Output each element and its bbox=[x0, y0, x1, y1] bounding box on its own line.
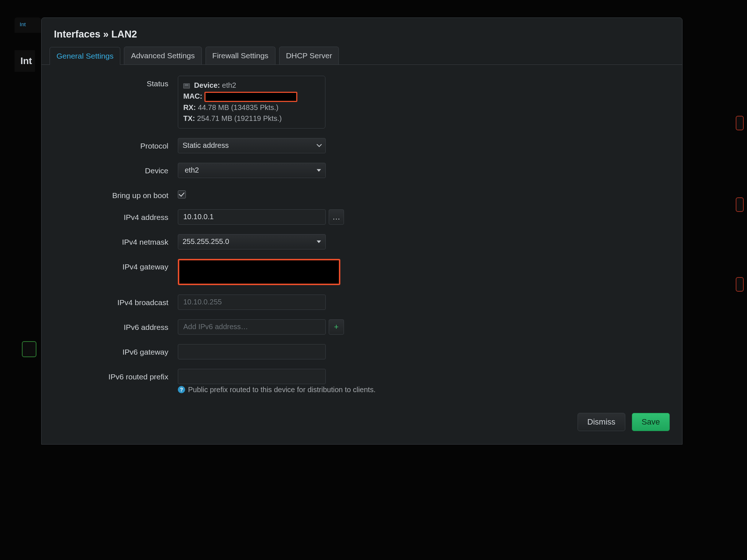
bg-tab-fragment: Int bbox=[15, 17, 41, 33]
ethernet-port-icon bbox=[183, 83, 190, 88]
tab-general-settings[interactable]: General Settings bbox=[50, 47, 120, 65]
protocol-select[interactable]: Static address bbox=[178, 138, 326, 153]
bg-button-stub bbox=[22, 341, 36, 357]
save-button[interactable]: Save bbox=[632, 413, 670, 431]
modal-footer: Dismiss Save bbox=[42, 406, 682, 444]
modal-title: Interfaces » LAN2 bbox=[42, 18, 682, 47]
ipv6-routed-prefix-label: IPv6 routed prefix bbox=[54, 369, 178, 381]
device-label: Device bbox=[54, 163, 178, 175]
bg-title-fragment: Int bbox=[15, 50, 35, 72]
ipv6-routed-prefix-help: Public prefix routed to this device for … bbox=[188, 386, 376, 394]
ipv6-address-label: IPv6 address bbox=[54, 319, 178, 332]
ipv4-gateway-redacted[interactable] bbox=[178, 259, 340, 285]
ipv6-address-add-button[interactable]: + bbox=[329, 319, 344, 335]
ipv6-address-input[interactable] bbox=[183, 322, 321, 331]
bg-button-stub bbox=[736, 197, 744, 212]
ipv4-broadcast-label: IPv4 broadcast bbox=[54, 295, 178, 307]
help-icon: ? bbox=[178, 386, 185, 393]
ipv4-netmask-select[interactable]: 255.255.255.0 bbox=[178, 234, 326, 249]
ipv4-gateway-label: IPv4 gateway bbox=[54, 259, 178, 271]
tab-firewall-settings[interactable]: Firewall Settings bbox=[206, 47, 275, 64]
bg-button-stub bbox=[736, 116, 744, 130]
dropdown-caret-icon bbox=[317, 240, 321, 243]
interface-modal: Interfaces » LAN2 General Settings Advan… bbox=[41, 17, 683, 445]
ipv4-netmask-label: IPv4 netmask bbox=[54, 234, 178, 247]
ipv6-gateway-input[interactable] bbox=[183, 347, 321, 356]
tab-advanced-settings[interactable]: Advanced Settings bbox=[124, 47, 202, 64]
ipv4-address-input[interactable] bbox=[183, 212, 321, 221]
ipv4-broadcast-input[interactable] bbox=[183, 297, 321, 307]
protocol-label: Protocol bbox=[54, 138, 178, 150]
status-label: Status bbox=[54, 76, 178, 88]
page-background: Int Int Interfaces » LAN2 General Settin… bbox=[0, 0, 747, 560]
ipv4-address-more-button[interactable]: … bbox=[329, 209, 344, 225]
chevron-down-icon bbox=[317, 144, 322, 147]
redacted-mac bbox=[204, 92, 297, 102]
dismiss-button[interactable]: Dismiss bbox=[578, 413, 625, 431]
dropdown-caret-icon bbox=[317, 169, 321, 171]
device-select[interactable]: eth2 bbox=[178, 163, 326, 178]
form-body: Status Device: eth2 MAC: RX: bbox=[42, 65, 682, 406]
bring-up-on-boot-checkbox[interactable] bbox=[178, 190, 186, 198]
bring-up-on-boot-label: Bring up on boot bbox=[54, 188, 178, 200]
bg-button-stub bbox=[736, 277, 744, 292]
ipv6-gateway-label: IPv6 gateway bbox=[54, 344, 178, 356]
ipv6-routed-prefix-input[interactable] bbox=[183, 372, 321, 381]
ipv4-address-label: IPv4 address bbox=[54, 209, 178, 222]
tab-dhcp-server[interactable]: DHCP Server bbox=[279, 47, 339, 64]
modal-tabs: General Settings Advanced Settings Firew… bbox=[42, 47, 682, 65]
status-box: Device: eth2 MAC: RX: 44.78 MB (134835 P… bbox=[178, 76, 325, 129]
